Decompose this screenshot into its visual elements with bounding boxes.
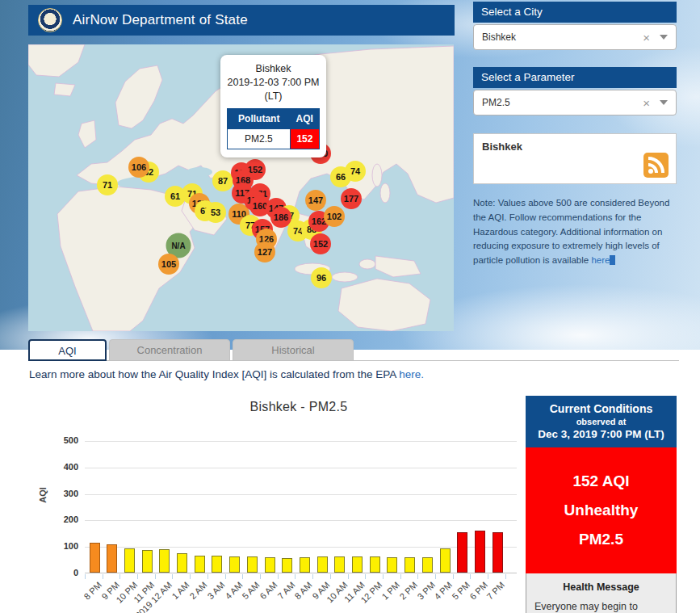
rss-city-label: Bishkek bbox=[482, 141, 668, 153]
chart-bar[interactable] bbox=[352, 556, 363, 573]
chart-bar[interactable] bbox=[107, 544, 117, 573]
chart-bar[interactable] bbox=[265, 557, 275, 573]
aqi-marker[interactable]: 106 bbox=[128, 157, 149, 178]
epa-here-link[interactable]: here. bbox=[399, 368, 424, 380]
x-tick-label: 3 PM bbox=[415, 580, 437, 602]
chart-bar[interactable] bbox=[142, 550, 153, 573]
aqi-marker[interactable]: 96 bbox=[311, 267, 332, 288]
chart-bar[interactable] bbox=[387, 557, 397, 573]
aqi-world-map[interactable]: 71821068761711376753N/A10511011215216811… bbox=[28, 44, 454, 331]
chart-plot-area bbox=[85, 441, 517, 573]
gridline bbox=[85, 441, 517, 442]
rss-icon[interactable] bbox=[643, 153, 669, 178]
gridline bbox=[85, 494, 517, 495]
health-message-box: Health Message Everyone may begin to exp… bbox=[526, 573, 677, 613]
chart-bar[interactable] bbox=[493, 532, 503, 573]
chart-bar[interactable] bbox=[422, 557, 433, 573]
chart-bar[interactable] bbox=[334, 556, 345, 573]
note-here-link[interactable]: here bbox=[591, 255, 610, 265]
city-select[interactable]: Bishkek × bbox=[473, 24, 677, 50]
x-tick-label: 7 AM bbox=[275, 580, 296, 601]
tooltip-datetime: 2019-12-03 7:00 PM (LT) bbox=[227, 76, 320, 103]
chart-bar[interactable] bbox=[317, 556, 328, 573]
text-cursor bbox=[610, 255, 615, 265]
aqi-pollutant-line: PM2.5 bbox=[529, 525, 673, 554]
y-tick-label: 300 bbox=[46, 489, 78, 498]
learn-more-text: Learn more about how the Air Quality Ind… bbox=[29, 368, 424, 380]
app-header: AirNow Department of State bbox=[28, 5, 455, 36]
chart-bar[interactable] bbox=[177, 553, 187, 573]
aqi-marker[interactable]: 127 bbox=[254, 241, 275, 262]
sidebar: Select a City Bishkek × Select a Paramet… bbox=[473, 2, 677, 268]
tooltip-aqi-value: 152 bbox=[290, 128, 319, 149]
observed-at-label: observed at bbox=[530, 417, 672, 426]
tab-concentration[interactable]: Concentration bbox=[109, 339, 230, 361]
beyond-aqi-note: Note: Values above 500 are considered Be… bbox=[473, 196, 677, 268]
chart-title: Bishkek - PM2.5 bbox=[81, 400, 517, 414]
chart-bar[interactable] bbox=[475, 531, 485, 573]
page: AirNow Department of State bbox=[0, 0, 700, 613]
aqi-marker[interactable]: 102 bbox=[324, 206, 345, 227]
app-title: AirNow Department of State bbox=[73, 12, 248, 28]
tooltip-table: Pollutant AQI PM2.5 152 bbox=[227, 108, 320, 149]
aqi-marker[interactable]: 74 bbox=[345, 161, 366, 182]
chart-bar[interactable] bbox=[370, 556, 380, 573]
x-tick-label: 3 AM bbox=[205, 580, 226, 601]
tab-historical[interactable]: Historical bbox=[233, 339, 354, 361]
aqi-value-line: 152 AQI bbox=[529, 467, 673, 496]
chevron-down-icon[interactable] bbox=[660, 35, 668, 40]
x-tick-label: 1 AM bbox=[170, 580, 191, 601]
y-tick-label: 100 bbox=[46, 541, 78, 551]
chart-bar[interactable] bbox=[247, 556, 258, 573]
tooltip-city: Bishkek bbox=[227, 62, 320, 76]
aqi-marker[interactable]: 147 bbox=[305, 190, 326, 211]
tooltip-pollutant-header: Pollutant bbox=[228, 108, 291, 128]
chart-bar[interactable] bbox=[457, 532, 467, 573]
chart-bar[interactable] bbox=[124, 548, 135, 573]
tab-bar: AQI Concentration Historical bbox=[28, 339, 356, 361]
chevron-down-icon[interactable] bbox=[660, 100, 668, 105]
aqi-marker[interactable]: 71 bbox=[97, 174, 118, 195]
current-conditions-panel: Current Conditions observed at Dec 3, 20… bbox=[526, 396, 677, 613]
aqi-marker[interactable]: 105 bbox=[158, 254, 179, 275]
aqi-marker[interactable]: 53 bbox=[205, 202, 226, 223]
x-tick-label: 5 AM bbox=[241, 580, 262, 601]
x-tick-label: 4 AM bbox=[223, 580, 244, 601]
tab-underline bbox=[28, 360, 679, 361]
parameter-select[interactable]: PM2.5 × bbox=[473, 90, 677, 115]
x-tick-label: 8 AM bbox=[293, 580, 314, 601]
state-department-seal-icon bbox=[38, 8, 62, 32]
x-tick-label: 1 PM bbox=[380, 580, 402, 602]
health-message-text: Everyone may begin to experience health … bbox=[534, 599, 668, 613]
tab-aqi[interactable]: AQI bbox=[28, 339, 107, 361]
aqi-marker[interactable]: 177 bbox=[341, 188, 362, 209]
current-conditions-title: Current Conditions bbox=[530, 402, 672, 415]
clear-city-icon[interactable]: × bbox=[643, 31, 650, 44]
select-city-header: Select a City bbox=[473, 2, 677, 23]
x-axis-ticks bbox=[85, 574, 518, 579]
rss-feed-box: Bishkek bbox=[473, 133, 677, 184]
chart-bar[interactable] bbox=[90, 543, 100, 573]
x-tick-label: 2 AM bbox=[187, 580, 208, 601]
y-tick-label: 0 bbox=[46, 568, 78, 577]
clear-parameter-icon[interactable]: × bbox=[643, 97, 650, 109]
gridline bbox=[85, 520, 517, 521]
map-tooltip: Bishkek 2019-12-03 7:00 PM (LT) Pollutan… bbox=[220, 55, 326, 157]
chart-bar[interactable] bbox=[404, 557, 415, 573]
city-select-value: Bishkek bbox=[482, 31, 643, 43]
chart-bar[interactable] bbox=[440, 548, 451, 573]
chart-bar[interactable] bbox=[229, 556, 240, 573]
x-tick-label: 7 PM bbox=[485, 580, 507, 602]
parameter-select-value: PM2.5 bbox=[482, 97, 643, 108]
chart-bar[interactable] bbox=[300, 557, 310, 573]
chart-bar[interactable] bbox=[282, 558, 292, 573]
y-tick-label: 500 bbox=[46, 435, 78, 445]
tooltip-aqi-header: AQI bbox=[290, 108, 319, 128]
current-conditions-header: Current Conditions observed at Dec 3, 20… bbox=[526, 396, 677, 447]
observed-datetime: Dec 3, 2019 7:00 PM (LT) bbox=[530, 428, 672, 440]
chart-bar[interactable] bbox=[212, 556, 222, 573]
aqi-marker[interactable]: 152 bbox=[310, 233, 331, 254]
x-tick-label: 8 PM bbox=[82, 580, 104, 602]
chart-bar[interactable] bbox=[159, 549, 170, 573]
chart-bar[interactable] bbox=[195, 556, 205, 573]
